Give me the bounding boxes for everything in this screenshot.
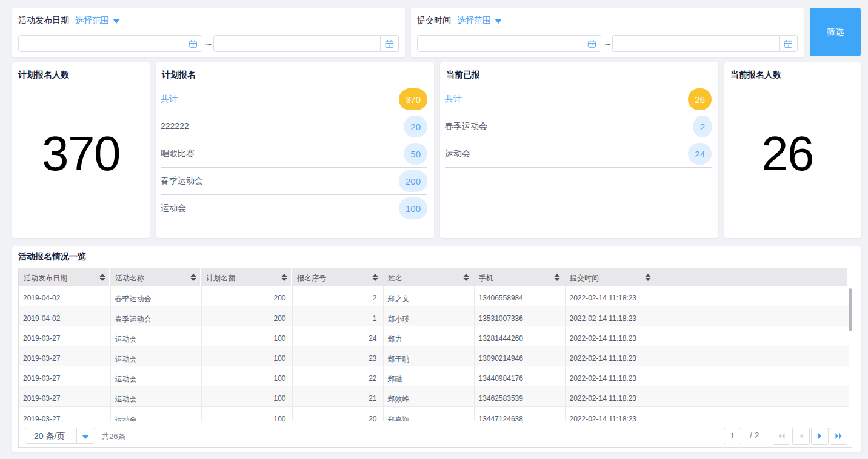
svg-text:7: 7 (787, 42, 789, 48)
svg-text:7: 7 (590, 42, 593, 48)
svg-text:7: 7 (192, 42, 194, 48)
svg-text:7: 7 (388, 42, 390, 48)
